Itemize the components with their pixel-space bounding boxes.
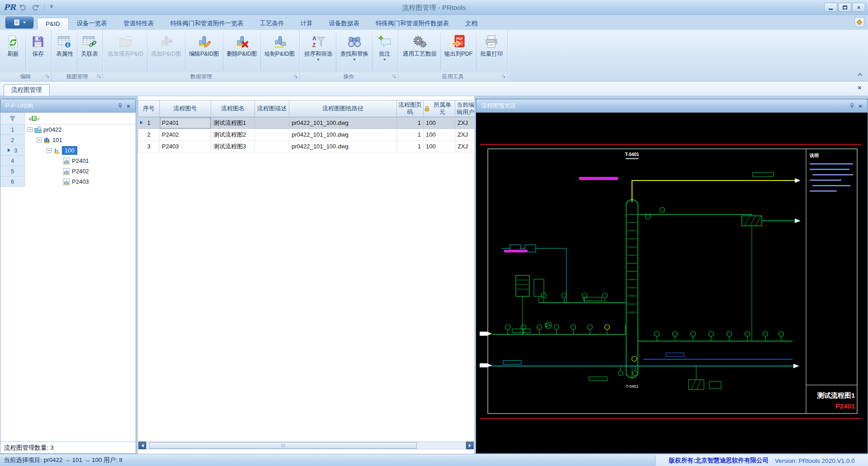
cell-no[interactable]: P2403 xyxy=(160,141,211,152)
tree-row-project[interactable]: 1 pr0422 xyxy=(0,124,136,135)
scroll-left-button[interactable] xyxy=(138,442,146,449)
app-logo[interactable]: PR xyxy=(4,4,16,11)
cell-desc[interactable] xyxy=(255,129,289,141)
collapse-box-icon[interactable] xyxy=(28,127,33,132)
cell-editor[interactable]: ZXJ xyxy=(455,129,474,141)
tree-node-project[interactable]: pr0422 xyxy=(43,126,61,133)
cell-path[interactable]: pr0422_101_100.dwg xyxy=(289,129,397,141)
column-header-desc[interactable]: 流程图描述 xyxy=(255,100,289,117)
general-process-data-button[interactable]: 通用工艺数据 xyxy=(400,31,440,72)
cell-name[interactable]: 测试流程图2 xyxy=(211,129,255,141)
close-panel-icon[interactable]: × xyxy=(856,102,864,110)
table-properties-button[interactable]: 表属性 xyxy=(53,31,76,72)
table-row[interactable]: 1 P2401 测试流程图1 pr0422_101_100.dwg 1 100 … xyxy=(138,117,474,129)
export-pdf-button[interactable]: PDF 输出到PDF xyxy=(441,31,476,72)
edit-pid-button[interactable]: 编辑P&ID图 xyxy=(186,31,222,72)
cell-desc[interactable] xyxy=(255,141,289,152)
add-existing-pid-button[interactable]: 添加现有P&ID xyxy=(104,31,146,72)
cell-page[interactable]: 1 xyxy=(397,129,424,141)
tree-node-unit-selected[interactable]: 100 xyxy=(62,147,77,154)
scrollbar-track[interactable] xyxy=(146,442,466,449)
tree-row-plant[interactable]: 2 101 xyxy=(0,135,136,145)
cell-page[interactable]: 1 xyxy=(397,141,424,152)
ribbon-tab-document[interactable]: 文档 xyxy=(457,18,486,30)
ribbon-tab-equipment-datasheet[interactable]: 设备数据表 xyxy=(321,18,368,30)
close-button[interactable]: × xyxy=(852,3,865,12)
ribbon-tab-pid[interactable]: P&ID xyxy=(37,18,69,30)
cell-unit[interactable]: 100 xyxy=(424,117,455,129)
draw-pid-button[interactable]: 绘制P&ID图 xyxy=(261,31,298,72)
redo-button[interactable] xyxy=(30,2,41,12)
ribbon-collapse-button[interactable] xyxy=(856,71,863,78)
application-menu-button[interactable] xyxy=(5,17,33,29)
ribbon-tab-pipe-properties[interactable]: 管道特性表 xyxy=(115,18,162,30)
sort-filter-button[interactable]: A Z 排序和筛选 xyxy=(301,31,336,72)
dialog-launcher-icon[interactable] xyxy=(392,74,396,78)
document-close-icon[interactable]: × xyxy=(855,84,863,92)
column-header-name[interactable]: 流程图名 xyxy=(211,100,255,117)
tree-row-unit[interactable]: 3 100 xyxy=(0,145,136,156)
collapse-box-icon[interactable] xyxy=(37,138,42,143)
pin-icon[interactable] xyxy=(848,102,856,110)
ribbon-tab-equipment-list[interactable]: 设备一览表 xyxy=(69,18,116,30)
collapse-box-icon[interactable] xyxy=(47,148,52,153)
tree-row-pid[interactable]: 6 P2403 xyxy=(0,176,136,187)
dialog-launcher-icon[interactable] xyxy=(501,74,505,78)
table-row[interactable]: 3 P2403 测试流程图3 pr0422_101_100.dwg 1 100 … xyxy=(138,141,474,152)
cell-path[interactable]: pr0422_101_100.dwg xyxy=(289,141,397,152)
cell-desc[interactable] xyxy=(255,117,289,129)
column-header-path[interactable]: 流程图图纸路径 xyxy=(289,100,397,117)
dialog-launcher-icon[interactable] xyxy=(45,74,49,78)
cell-name[interactable]: 测试流程图1 xyxy=(211,117,255,129)
refresh-button[interactable]: 刷新 xyxy=(1,31,25,72)
column-header-seq[interactable]: 序号 xyxy=(138,100,160,117)
tree-node-pid[interactable]: P2402 xyxy=(72,168,89,175)
tabrow-corner-icon[interactable] xyxy=(854,17,864,27)
qat-customize-dropdown[interactable] xyxy=(48,2,55,12)
ribbon-tab-special-valves-datasheet[interactable]: 特殊阀门和管道附件数据表 xyxy=(368,18,457,30)
cell-editor[interactable]: ZXJ xyxy=(455,141,474,152)
cell-unit[interactable]: 100 xyxy=(424,141,455,152)
minimize-button[interactable] xyxy=(824,3,837,12)
column-header-no[interactable]: 流程图号 xyxy=(160,100,211,117)
annotate-button[interactable]: 批注 xyxy=(373,31,396,72)
ribbon-tab-process-conditions[interactable]: 工艺条件 xyxy=(252,18,292,30)
maximize-button[interactable] xyxy=(838,3,851,12)
ribbon-tab-special-valves-list[interactable]: 特殊阀门和管道附件一览表 xyxy=(162,18,252,30)
find-replace-button[interactable]: 查找和替换 xyxy=(337,31,372,72)
pin-icon[interactable] xyxy=(116,102,124,110)
cell-no[interactable]: P2401 xyxy=(160,117,211,129)
column-header-unit[interactable]: 所属单元 xyxy=(424,100,455,117)
tree-search-mode-button[interactable]: aBc xyxy=(25,113,136,124)
cell-name[interactable]: 测试流程图3 xyxy=(211,141,255,152)
tree-row-pid[interactable]: 4 P2401 xyxy=(0,156,136,166)
pid-preview-canvas[interactable]: T-0401 T-0401 xyxy=(476,113,868,453)
horizontal-scrollbar[interactable] xyxy=(138,442,474,449)
tree-filter-button[interactable] xyxy=(0,113,25,124)
tree-node-plant[interactable]: 101 xyxy=(52,137,62,143)
ribbon-tab-calculation[interactable]: 计算 xyxy=(292,18,321,30)
linked-table-button[interactable]: 关联表 xyxy=(78,31,101,72)
tree-node-pid[interactable]: P2401 xyxy=(72,157,89,164)
cell-editor[interactable]: ZXJ xyxy=(455,117,474,129)
cell-page[interactable]: 1 xyxy=(397,117,424,129)
close-panel-icon[interactable]: × xyxy=(124,102,132,110)
document-tab-flow-management[interactable]: 流程图管理 xyxy=(4,84,50,96)
column-header-page[interactable]: 流程图页码 xyxy=(397,100,424,117)
dialog-launcher-icon[interactable] xyxy=(293,74,297,78)
table-row[interactable]: 2 P2402 测试流程图2 pr0422_101_100.dwg 1 100 … xyxy=(138,129,474,141)
tree-row-pid[interactable]: 5 P2402 xyxy=(0,166,136,176)
cell-no[interactable]: P2402 xyxy=(160,129,211,141)
delete-pid-button[interactable]: 删除P&ID图 xyxy=(224,31,260,72)
scrollbar-thumb[interactable] xyxy=(149,442,417,449)
cell-path[interactable]: pr0422_101_100.dwg xyxy=(289,117,397,129)
undo-button[interactable] xyxy=(18,2,28,12)
tree-node-pid[interactable]: P2403 xyxy=(72,178,89,185)
cell-unit[interactable]: 100 xyxy=(424,129,455,141)
dialog-launcher-icon[interactable] xyxy=(97,74,101,78)
batch-print-button[interactable]: 批量打印 xyxy=(477,31,506,72)
scroll-right-button[interactable] xyxy=(466,442,474,449)
column-header-editor[interactable]: 当前编辑用户 xyxy=(455,100,474,117)
save-button[interactable]: 保存 xyxy=(26,31,50,72)
add-pid-button[interactable]: 添加P&ID图 xyxy=(148,31,184,72)
